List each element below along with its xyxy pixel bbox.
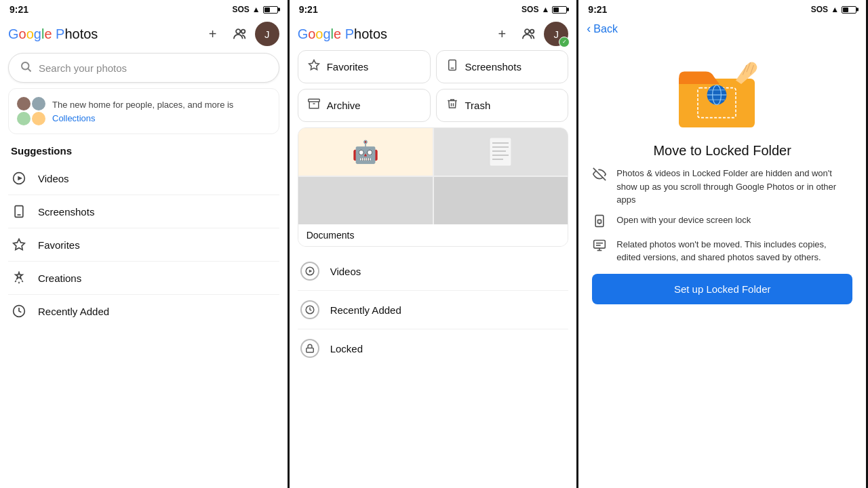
tile-screenshots-label: Screenshots: [465, 61, 521, 73]
tile-trash-icon: [446, 98, 458, 113]
people-button-2[interactable]: [517, 22, 541, 46]
suggestions-item-videos[interactable]: Videos: [8, 162, 279, 195]
setup-locked-folder-button[interactable]: Set up Locked Folder: [592, 274, 852, 304]
tile-trash-label: Trash: [465, 100, 491, 111]
svg-rect-38: [594, 240, 606, 248]
svg-point-11: [530, 30, 534, 34]
tile-trash[interactable]: Trash: [436, 89, 569, 122]
status-time-2: 9:21: [299, 4, 318, 15]
videos-icon: [11, 170, 27, 186]
status-icons-2: SOS ▲: [521, 5, 567, 14]
doc-robot-icon: 🤖: [352, 139, 379, 165]
app-header-1: Google Photos + J: [0, 19, 288, 50]
section-list: Videos Recently Added Locked: [290, 252, 577, 367]
svg-rect-26: [306, 348, 313, 352]
locked-folder-illustration: [578, 41, 866, 140]
section-item-recently-added[interactable]: Recently Added: [298, 291, 569, 329]
documents-label: Documents: [298, 224, 568, 246]
tile-archive[interactable]: Archive: [298, 89, 431, 122]
back-label: Back: [593, 23, 618, 35]
battery-icon-2: [552, 6, 567, 14]
suggestions-item-favorites[interactable]: Favorites: [8, 228, 279, 262]
search-bar-wrapper: Search your photos: [0, 50, 288, 88]
collections-banner[interactable]: The new home for people, places, and mor…: [8, 88, 279, 134]
wifi-icon-3: ▲: [831, 5, 839, 14]
cta-wrapper: Set up Locked Folder: [578, 264, 866, 311]
collections-link[interactable]: Collections: [52, 113, 96, 123]
logo-2: Google Photos: [298, 26, 387, 42]
tile-favorites[interactable]: Favorites: [298, 50, 431, 83]
app-header-2: Google Photos + J: [290, 19, 577, 50]
wifi-icon-1: ▲: [252, 5, 260, 14]
svg-rect-6: [15, 206, 23, 218]
quick-tiles-grid: Favorites Screenshots Archive: [290, 50, 577, 127]
avatar-stack: [17, 97, 45, 125]
avatar-button-2[interactable]: J: [544, 22, 568, 46]
search-bar[interactable]: Search your photos: [8, 53, 279, 83]
feature-text-screenlock: Open with your device screen lock: [616, 214, 751, 227]
status-bar-3: 9:21 SOS ▲: [578, 0, 866, 19]
battery-icon-1: [263, 6, 278, 14]
status-icons-3: SOS ▲: [811, 5, 856, 14]
add-button-2[interactable]: +: [490, 22, 514, 46]
doc-thumb-gray1: [298, 177, 433, 224]
wifi-icon-2: ▲: [541, 5, 549, 14]
suggestions-item-screenshots[interactable]: Screenshots: [8, 195, 279, 228]
recently-added-icon: [11, 303, 27, 319]
svg-rect-15: [308, 99, 319, 102]
suggestions-item-recently-added[interactable]: Recently Added: [8, 295, 279, 327]
svg-point-2: [22, 62, 29, 70]
people-button-1[interactable]: [228, 22, 252, 46]
search-placeholder: Search your photos: [39, 62, 127, 74]
tile-screenshots-icon: [446, 59, 458, 75]
svg-rect-17: [490, 138, 511, 166]
banner-text: The new home for people, places, and mor…: [52, 100, 233, 110]
panel-search: 9:21 SOS ▲ Google Photos + J: [0, 0, 290, 488]
recently-added-label: Recently Added: [38, 306, 109, 317]
back-button[interactable]: ‹ Back: [578, 19, 866, 41]
section-locked-icon: [300, 339, 319, 358]
section-recently-label: Recently Added: [330, 304, 401, 316]
screenlock-icon: [592, 214, 607, 231]
svg-marker-5: [18, 176, 22, 181]
svg-marker-24: [309, 270, 313, 273]
avatar-button-1[interactable]: J: [255, 22, 279, 46]
tile-screenshots[interactable]: Screenshots: [436, 50, 569, 83]
features-list: Photos & videos in Locked Folder are hid…: [578, 167, 866, 264]
sos-label-1: SOS: [232, 5, 249, 14]
sos-label-3: SOS: [811, 5, 828, 14]
section-item-locked[interactable]: Locked: [298, 329, 569, 367]
banner-message: The new home for people, places, and mor…: [52, 98, 271, 123]
status-icons-1: SOS ▲: [232, 5, 277, 14]
status-time-3: 9:21: [588, 4, 607, 15]
mini-avatar-a: [17, 97, 31, 110]
tile-archive-label: Archive: [327, 100, 361, 111]
videos-label: Videos: [38, 173, 69, 184]
suggestions-title: Suggestions: [0, 142, 288, 162]
tile-favorites-icon: [308, 59, 320, 75]
panel-library: 9:21 SOS ▲ Google Photos + J: [290, 0, 579, 488]
documents-card[interactable]: 🤖 Documents: [298, 127, 569, 247]
section-item-videos[interactable]: Videos: [298, 252, 569, 291]
panel-locked-folder: 9:21 SOS ▲ ‹ Back: [578, 0, 868, 488]
tile-favorites-label: Favorites: [327, 61, 369, 73]
status-bar-1: 9:21 SOS ▲: [0, 0, 288, 19]
svg-marker-12: [309, 60, 319, 70]
locked-folder-svg: [668, 48, 776, 136]
mini-avatar-d: [32, 112, 45, 125]
suggestions-list: Videos Screenshots Favorites: [0, 162, 288, 327]
feature-item-related: Related photos won't be moved. This incl…: [592, 238, 852, 264]
suggestions-item-creations[interactable]: Creations: [8, 262, 279, 295]
svg-rect-35: [596, 215, 604, 226]
logo-1: Google Photos: [8, 26, 98, 42]
creations-label: Creations: [38, 272, 81, 284]
hidden-icon: [592, 167, 607, 184]
favorites-icon: [11, 237, 27, 253]
related-icon: [592, 239, 607, 256]
screenshots-icon: [11, 203, 27, 220]
add-button-1[interactable]: +: [201, 22, 225, 46]
doc-thumb-list: [434, 128, 568, 176]
mini-avatar-b: [32, 97, 45, 110]
status-time-1: 9:21: [9, 4, 28, 15]
mini-avatar-c: [17, 112, 31, 125]
